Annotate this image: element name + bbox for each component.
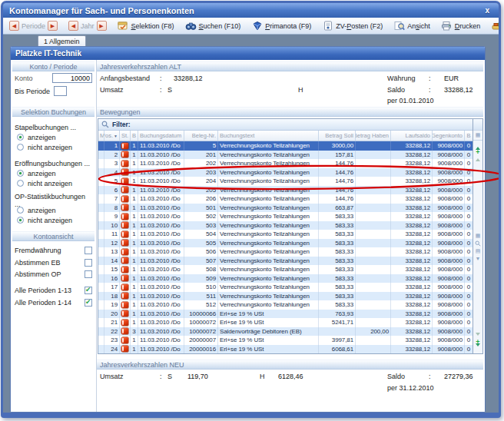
filter-funnel-icon[interactable]: ▼ bbox=[476, 255, 481, 263]
table-row[interactable]: 4111.03.2010 /Do203Verrechnungskonto Tei… bbox=[98, 168, 472, 177]
op-statistikbuchungen-label: OP-Statistikbuchungen ... bbox=[15, 195, 92, 205]
radio-op-nicht-anzeigen[interactable]: nicht anzeigen bbox=[17, 215, 92, 225]
table-row[interactable]: 6111.03.2010 /Do205Verrechnungskonto Tei… bbox=[98, 186, 472, 195]
radio-icon[interactable] bbox=[17, 134, 24, 141]
primanota-button[interactable]: Primanota (F9) bbox=[248, 19, 314, 33]
col-buchungsdatum[interactable]: Buchungsdatum bbox=[138, 131, 184, 141]
add-row-icon[interactable]: + bbox=[476, 148, 479, 156]
column-chooser-icon[interactable]: ▦ bbox=[473, 131, 482, 141]
table-row[interactable]: 5111.03.2010 /Do204Verrechnungskonto Tei… bbox=[98, 177, 472, 186]
ansicht-button[interactable]: Ansicht bbox=[390, 19, 433, 33]
checkbox-abstimmen-eb[interactable]: Abstimmen EB bbox=[15, 257, 92, 267]
checkbox-icon[interactable] bbox=[85, 247, 92, 254]
col-m[interactable]: M bbox=[98, 131, 104, 141]
konto-input[interactable] bbox=[52, 73, 92, 83]
table-row[interactable]: 13111.03.2010 /Do506Verrechnungskonto Te… bbox=[98, 247, 472, 257]
zv-posten-button[interactable]: ZV-Posten (F2) bbox=[319, 19, 386, 33]
radio-icon[interactable] bbox=[17, 207, 24, 214]
checkbox-abstimmen-op[interactable]: Abstimmen OP bbox=[15, 269, 92, 279]
titlebar: Kontomanager für Sach- und Personenkonte… bbox=[3, 3, 499, 18]
radio-icon[interactable] bbox=[17, 144, 24, 151]
zv-document-icon bbox=[322, 21, 333, 31]
account-panel: Platzke IT-Technik Konto / Periode Konto… bbox=[10, 46, 486, 413]
scroll-down-icon[interactable] bbox=[476, 330, 480, 338]
table-row[interactable]: 21111.03.2010 /Do10000072Erl+se 19 % USt… bbox=[98, 318, 472, 327]
tab-allgemein[interactable]: 1 Allgemein bbox=[38, 35, 86, 46]
table-row[interactable]: 2111.03.2010 /Do201Verrechnungskonto Tei… bbox=[98, 151, 472, 160]
scroll-last-icon[interactable] bbox=[476, 346, 480, 353]
table-row[interactable]: 24111.03.2010 /Do20000016Erl+se 19 % USt… bbox=[98, 345, 472, 354]
scroll-first-icon[interactable] bbox=[476, 141, 480, 148]
checkbox-icon[interactable] bbox=[85, 287, 92, 294]
col-betrag-haben[interactable]: Betrag Haben bbox=[356, 131, 391, 141]
checkbox-icon[interactable] bbox=[85, 259, 92, 267]
grid-view-icon[interactable]: ▦ bbox=[476, 232, 481, 240]
table-row[interactable]: 8111.03.2010 /Do501Verrechnungskonto Tei… bbox=[98, 204, 472, 213]
table-row[interactable]: 14111.03.2010 /Do507Verrechnungskonto Te… bbox=[98, 257, 472, 266]
table-row[interactable]: 1111.03.2010 /Do5Verrechnungskonto Teilz… bbox=[98, 141, 472, 151]
bis-periode-input[interactable] bbox=[54, 86, 67, 96]
binoculars-search-icon bbox=[185, 21, 197, 31]
booking-icon bbox=[121, 214, 128, 220]
col-pos[interactable]: Pos.▼ bbox=[104, 131, 120, 141]
radio-stapel-nicht-anzeigen[interactable]: nicht anzeigen bbox=[17, 142, 92, 152]
filter-bar[interactable]: Filter: bbox=[98, 119, 472, 131]
table-row[interactable]: 12111.03.2010 /Do505Verrechnungskonto Te… bbox=[98, 239, 472, 248]
col-st[interactable]: St. bbox=[120, 131, 131, 141]
window-title: Kontomanager für Sach- und Personenkonte… bbox=[9, 6, 194, 15]
col-b[interactable]: B bbox=[131, 131, 138, 141]
filter-label: Filter: bbox=[112, 121, 131, 128]
next-period-icon[interactable]: ▶ bbox=[48, 21, 58, 31]
prev-period-icon[interactable]: ◀ bbox=[9, 21, 19, 31]
table-row[interactable]: 22311.03.2010 /Do10000072Saldenvorträge … bbox=[98, 327, 472, 336]
checkbox-icon[interactable] bbox=[85, 299, 92, 307]
table-row[interactable]: 11111.03.2010 /Do504Verrechnungskonto Te… bbox=[98, 230, 472, 239]
export-icon[interactable]: ▤ bbox=[476, 247, 481, 255]
checkbox-icon[interactable] bbox=[85, 270, 92, 278]
table-row[interactable]: 3111.03.2010 /Do202Verrechnungskonto Tei… bbox=[98, 159, 472, 168]
table-row[interactable]: 7111.03.2010 /Do206Verrechnungskonto Tei… bbox=[98, 194, 472, 204]
table-row[interactable]: 9111.03.2010 /Do502Verrechnungskonto Tei… bbox=[98, 212, 472, 221]
col-beleg-nr[interactable]: Beleg-Nr. bbox=[184, 131, 218, 141]
table-row[interactable]: 15111.03.2010 /Do508Verrechnungskonto Te… bbox=[98, 265, 472, 274]
suchen-button[interactable]: Suchen (F10) bbox=[182, 19, 244, 33]
radio-icon[interactable] bbox=[17, 217, 24, 224]
col-gegenkonto[interactable]: Gegenkonto bbox=[433, 131, 465, 141]
drucken-button[interactable]: Drucken bbox=[438, 19, 484, 33]
col-b2[interactable]: B bbox=[465, 131, 472, 141]
radio-stapel-anzeigen[interactable]: anzeigen bbox=[17, 132, 92, 142]
radio-eroeffnung-anzeigen[interactable]: anzeigen bbox=[17, 168, 92, 178]
radio-op-anzeigen[interactable]: anzeigen bbox=[17, 205, 92, 215]
col-betrag-soll[interactable]: Betrag Soll bbox=[319, 131, 356, 141]
workspace: 1 Allgemein Platzke IT-Technik Konto / P… bbox=[3, 35, 499, 413]
table-row[interactable]: 23111.03.2010 /Do20000007Erl+se 19 % USt… bbox=[98, 336, 472, 345]
grid-body: 1111.03.2010 /Do5Verrechnungskonto Teilz… bbox=[98, 141, 472, 353]
table-row[interactable]: 16111.03.2010 /Do509Verrechnungskonto Te… bbox=[98, 274, 472, 283]
next-year-icon[interactable]: ▶ bbox=[97, 21, 107, 31]
table-row[interactable]: 19111.03.2010 /Do512Verrechnungskonto Te… bbox=[98, 300, 472, 310]
table-row[interactable]: 17111.03.2010 /Do510Verrechnungskonto Te… bbox=[98, 283, 472, 292]
table-row[interactable]: 10111.03.2010 /Do503Verrechnungskonto Te… bbox=[98, 221, 472, 230]
table-row[interactable]: 18111.03.2010 /Do511Verrechnungskonto Te… bbox=[98, 292, 472, 301]
zoom-icon[interactable] bbox=[475, 240, 481, 247]
col-laufsaldo[interactable]: Laufsaldo bbox=[391, 131, 433, 141]
scroll-up-icon[interactable] bbox=[476, 156, 480, 164]
prev-year-icon[interactable]: ◀ bbox=[68, 21, 78, 31]
eroeffnungsbuchungen-label: Eröffnungsbuchungen ... bbox=[15, 158, 92, 168]
radio-icon[interactable] bbox=[17, 180, 24, 187]
periode-label: Periode bbox=[22, 22, 45, 30]
radio-icon[interactable] bbox=[17, 170, 24, 177]
bis-periode-label: Bis Periode bbox=[15, 88, 50, 95]
booking-icon bbox=[121, 196, 128, 202]
checkbox-alle-perioden-14[interactable]: Alle Perioden 1-14 bbox=[15, 297, 92, 307]
extras-button[interactable]: Extras bbox=[488, 19, 501, 33]
col-buchungstext[interactable]: Buchungstext bbox=[218, 131, 319, 141]
sort-icon: ▼ bbox=[114, 134, 118, 138]
checkbox-alle-perioden-13[interactable]: Alle Perioden 1-13 bbox=[15, 285, 92, 295]
radio-eroeffnung-nicht-anzeigen[interactable]: nicht anzeigen bbox=[17, 178, 92, 188]
close-icon[interactable]: x bbox=[482, 6, 492, 15]
checkbox-fremdwaehrung[interactable]: Fremdwährung bbox=[15, 245, 92, 255]
table-row[interactable]: 20111.03.2010 /Do10000066Erl+se 19 % USt… bbox=[98, 310, 472, 319]
selektion-button[interactable]: Selektion (F8) bbox=[114, 19, 177, 33]
konto-label: Konto bbox=[15, 75, 33, 82]
